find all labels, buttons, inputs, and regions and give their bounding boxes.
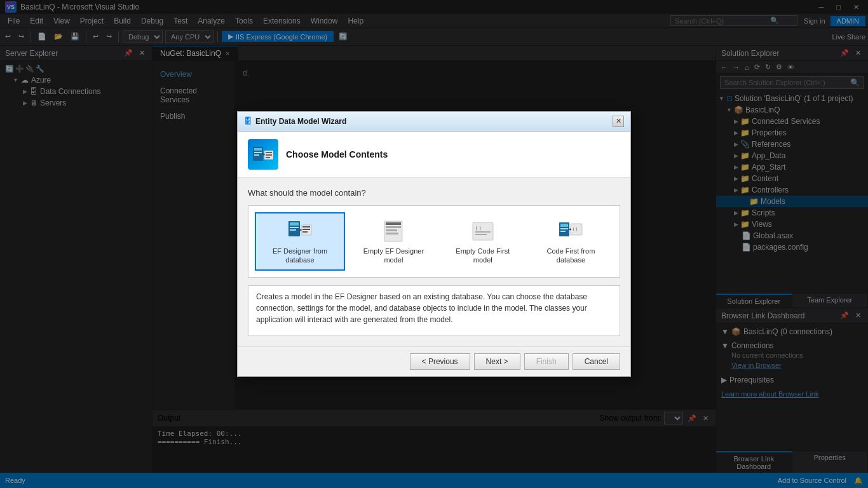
model-option-empty-code-first-label: Empty Code First model — [451, 247, 515, 265]
svg-rect-21 — [386, 222, 401, 225]
dialog-footer: < Previous Next > Finish Cancel — [238, 346, 630, 376]
empty-code-first-icon: { } — [470, 219, 496, 244]
svg-rect-5 — [266, 152, 272, 153]
model-options-container: EF Designer from database Empty EF Desi — [248, 205, 620, 278]
model-option-code-first-db-label: Code First from database — [538, 247, 604, 265]
svg-text:{ }: { } — [573, 226, 578, 231]
svg-rect-1 — [254, 148, 262, 151]
svg-rect-31 — [560, 228, 568, 229]
model-option-code-first-db[interactable]: { } Code First from database — [529, 212, 613, 271]
svg-rect-11 — [290, 222, 299, 226]
empty-ef-designer-icon — [381, 219, 406, 244]
dialog-overlay: 🗄 Entity Data Model Wizard ✕ — [0, 0, 868, 488]
ef-designer-db-icon — [287, 219, 313, 244]
svg-rect-13 — [290, 229, 296, 231]
svg-rect-28 — [475, 234, 487, 235]
svg-rect-2 — [254, 152, 262, 153]
model-option-empty-code-first[interactable]: { } Empty Code First model — [442, 212, 524, 271]
svg-rect-30 — [560, 224, 568, 227]
svg-rect-6 — [266, 154, 272, 156]
code-first-db-icon: { } — [558, 219, 583, 244]
svg-rect-22 — [386, 226, 401, 228]
svg-rect-16 — [302, 229, 310, 230]
dialog-header: Choose Model Contents — [238, 132, 630, 178]
dialog-header-icon — [248, 139, 278, 170]
dialog-description-box: Creates a model in the EF Designer based… — [248, 285, 620, 336]
svg-rect-32 — [560, 231, 566, 232]
dialog-title: 🗄 Entity Data Model Wizard — [244, 117, 346, 126]
dialog-question-text: What should the model contain? — [248, 188, 620, 198]
svg-rect-15 — [302, 226, 310, 227]
dialog-body: What should the model contain? — [238, 178, 630, 347]
svg-rect-24 — [386, 233, 398, 234]
dialog-titlebar: 🗄 Entity Data Model Wizard ✕ — [238, 112, 630, 132]
dialog-title-text: Entity Data Model Wizard — [255, 117, 346, 126]
svg-text:{ }: { } — [475, 226, 482, 231]
dialog-close-button[interactable]: ✕ — [613, 116, 624, 127]
model-option-ef-designer-db-label: EF Designer from database — [264, 247, 336, 265]
dialog-description-text: Creates a model in the EF Designer based… — [256, 291, 612, 325]
svg-rect-7 — [266, 157, 270, 158]
model-option-empty-ef-designer-label: Empty EF Designer model — [359, 247, 428, 265]
svg-rect-27 — [475, 231, 491, 233]
svg-rect-17 — [302, 231, 308, 233]
model-option-ef-designer-db[interactable]: EF Designer from database — [255, 212, 345, 271]
ef-icon-large — [250, 142, 276, 167]
dialog-header-title: Choose Model Contents — [286, 149, 388, 159]
finish-button[interactable]: Finish — [524, 353, 569, 370]
svg-rect-12 — [290, 227, 299, 228]
cancel-button[interactable]: Cancel — [573, 353, 620, 370]
next-button[interactable]: Next > — [474, 353, 520, 370]
entity-data-model-dialog: 🗄 Entity Data Model Wizard ✕ — [237, 111, 631, 377]
svg-rect-23 — [386, 229, 397, 231]
svg-rect-3 — [254, 154, 259, 156]
dialog-wizard-icon: 🗄 — [244, 117, 252, 126]
model-option-empty-ef-designer[interactable]: Empty EF Designer model — [350, 212, 437, 271]
previous-button[interactable]: < Previous — [410, 353, 470, 370]
